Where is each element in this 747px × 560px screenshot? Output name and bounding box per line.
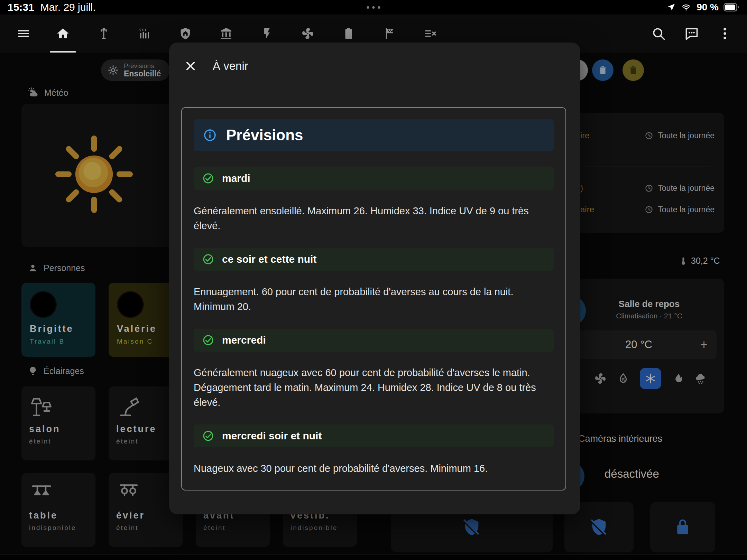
forecast-period-row[interactable]: mardi xyxy=(194,167,554,190)
assist-button[interactable] xyxy=(684,26,700,41)
clock: 15:31 xyxy=(8,1,34,13)
fan-icon xyxy=(301,27,314,40)
forecast-period-row[interactable]: ce soir et cette nuit xyxy=(194,248,554,271)
dialog-header: À venir xyxy=(169,43,580,74)
battery-icon xyxy=(723,3,739,12)
close-icon xyxy=(184,59,197,73)
menu-button[interactable] xyxy=(17,26,32,41)
forecast-period-row[interactable]: mercredi xyxy=(194,329,554,352)
status-icons: 90 % xyxy=(667,2,739,13)
water-pump-icon xyxy=(97,27,110,40)
forecast-dialog: À venir Prévisions mardi Généralement en… xyxy=(169,43,580,514)
battery-icon xyxy=(342,27,355,40)
app-root: Prévisions Ensoleillé Météo xyxy=(0,0,747,560)
forecast-period-title: mardi xyxy=(222,172,250,184)
tab-heating[interactable] xyxy=(128,15,161,53)
forecast-period-text: Généralement ensoleillé. Maximum 26. Hum… xyxy=(194,204,554,233)
chat-icon xyxy=(684,26,699,41)
forecast-period-text: Généralement nuageux avec 60 pour cent d… xyxy=(194,365,554,410)
forecast-header-title: Prévisions xyxy=(226,127,303,144)
checklist-x-icon xyxy=(424,27,437,40)
menu-icon xyxy=(17,27,30,40)
check-circle-icon xyxy=(202,172,214,185)
forecast-period-row[interactable]: mercredi soir et nuit xyxy=(194,424,554,447)
date: Mar. 29 juill. xyxy=(40,1,96,13)
location-arrow-icon xyxy=(667,3,676,12)
shield-home-icon xyxy=(179,27,192,40)
information-icon xyxy=(203,128,217,142)
forecast-period-text: Ennuagement. 60 pour cent de probabilité… xyxy=(194,284,554,314)
check-circle-icon xyxy=(202,430,214,442)
wifi-icon xyxy=(681,3,692,12)
dialog-title: À venir xyxy=(213,59,248,73)
forecast-period-title: mercredi soir et nuit xyxy=(222,430,322,442)
home-icon xyxy=(56,27,70,40)
battery-percent: 90 % xyxy=(697,2,719,13)
tab-plumbing[interactable] xyxy=(87,15,120,53)
forecast-box: Prévisions mardi Généralement ensoleillé… xyxy=(181,107,566,491)
check-circle-icon xyxy=(202,253,214,265)
flag-checkered-icon xyxy=(383,27,396,40)
flash-icon xyxy=(260,27,274,40)
forecast-period-text: Nuageux avec 30 pour cent de probabilité… xyxy=(194,461,554,476)
search-button[interactable] xyxy=(651,26,667,41)
check-circle-icon xyxy=(202,334,214,346)
search-icon xyxy=(651,26,666,41)
toolbar-actions xyxy=(651,26,733,41)
close-button[interactable] xyxy=(184,58,200,74)
forecast-period-title: ce soir et cette nuit xyxy=(222,253,316,265)
multitask-indicator xyxy=(367,6,380,9)
radiator-icon xyxy=(138,27,151,40)
status-bar: 15:31 Mar. 29 juill. 90 % xyxy=(0,0,747,15)
forecast-period-title: mercredi xyxy=(222,334,266,346)
more-vertical-icon xyxy=(717,26,732,41)
forecast-header-bar: Prévisions xyxy=(194,119,554,151)
tab-home[interactable] xyxy=(46,15,80,53)
overflow-menu-button[interactable] xyxy=(717,26,733,41)
bank-icon xyxy=(220,27,233,40)
